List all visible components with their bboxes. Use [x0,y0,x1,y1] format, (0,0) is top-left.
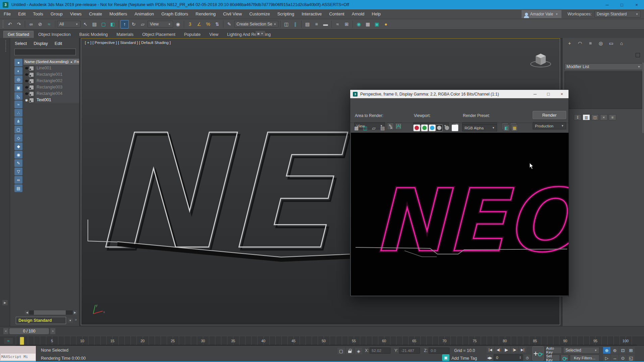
maximize-icon[interactable]: □ [614,0,629,9]
minimize-icon[interactable]: ─ [600,0,614,9]
redo-icon[interactable]: ↷ [15,20,23,28]
y-coordinate-field[interactable]: -21.487 [399,348,420,354]
expand-panel-button[interactable]: ▶ [2,300,8,305]
workspace-caret-icon[interactable]: ▼ [68,318,73,323]
display-selection-sets-icon[interactable]: ✎ [14,159,22,167]
next-frame-button[interactable]: |▶ [511,347,518,353]
zoom-extents-icon[interactable]: ⊡ [619,347,627,354]
scroll-right-icon[interactable]: ▶ [73,310,77,315]
maximize-viewport-icon[interactable]: ◱ [627,355,635,361]
snaps-toggle-icon[interactable]: 3 [186,20,194,28]
pin-stack-button[interactable]: ↧ [574,114,581,120]
auto-key-button[interactable]: Auto Key [546,347,562,354]
workspace-indicator[interactable]: Design Standard [16,317,66,324]
display-materials-icon[interactable]: ◉ [14,151,22,159]
explorer-search-input[interactable] [14,49,76,55]
explorer-tab-display[interactable]: Display [34,41,48,46]
menu-item-rendering[interactable]: Rendering [192,9,219,19]
dock-drag-handle[interactable] [5,40,7,52]
display-particles-icon[interactable]: ∴ [14,109,22,117]
tab-modify[interactable]: ◠ [576,40,584,47]
transform-gizmo-icon[interactable]: ◈ [355,348,362,354]
go-to-start-button[interactable]: |◀ [487,347,494,353]
list-item[interactable]: Line001 [23,65,79,71]
object-color-swatch[interactable] [636,53,640,57]
list-item[interactable]: Rectangle001 [23,71,79,78]
display-frozen-icon[interactable]: ◇ [14,134,22,142]
material-editor-icon[interactable]: ◉ [355,20,363,28]
workspace-dropdown[interactable]: Design Standard ▼ [594,11,641,17]
selection-filter-dropdown[interactable]: All▼ [57,21,80,27]
orbit-icon[interactable]: ⊙ [619,355,627,361]
rfw-title-bar[interactable]: 3 Perspective, frame 0, Display Gamma: 2… [350,90,569,98]
channel-display-dropdown[interactable]: RGB Alpha ▼ [462,124,497,131]
menu-item-content[interactable]: Content [325,9,348,19]
named-selection-set-dropdown[interactable]: Create Selection Se▼ [234,21,278,27]
schematic-view-icon[interactable]: ⊞ [342,20,351,28]
monochrome-channel-button[interactable] [436,124,443,131]
ribbon-tab-object-placement[interactable]: Object Placement [138,31,179,38]
menu-item-create[interactable]: Create [85,9,106,19]
named-selection-sets-icon[interactable]: ✎ [225,20,233,28]
mini-curve-editor-icon[interactable]: ≈ [4,338,13,344]
layers-icon[interactable]: ▦ [511,124,518,131]
modifier-stack-list[interactable] [565,71,642,109]
menu-item-animation[interactable]: Animation [131,9,158,19]
menu-item-group[interactable]: Group [47,9,66,19]
green-channel-button[interactable] [421,124,428,131]
spinner-snap-icon[interactable]: ⇅ [213,20,221,28]
menu-item-scripting[interactable]: Scripting [274,9,298,19]
render-button[interactable]: Render [533,111,566,119]
time-configuration-icon[interactable]: ◷ [524,355,531,361]
time-tag-icon[interactable]: ▣ [442,354,449,361]
panel-scrollbar[interactable] [642,63,644,133]
menu-item-civil-view[interactable]: Civil View [219,9,246,19]
modifier-list-dropdown[interactable]: Modifier List ▼ [565,63,642,70]
ribbon-toggle-icon[interactable]: ▬ [321,20,330,28]
configure-modifier-sets-button[interactable]: ≡ [609,114,616,120]
previous-frame-arrow[interactable]: < [3,328,8,334]
select-and-scale-icon[interactable]: ▱ [139,20,147,28]
frame-step-icon[interactable]: ◀▶ [487,355,493,361]
display-helpers-icon[interactable]: ◺ [14,92,22,100]
ribbon-tab-materials[interactable]: Materials [112,31,138,38]
color-correction-icon[interactable]: ◧ [503,124,510,131]
add-time-tag-label[interactable]: Add Time Tag [451,356,477,361]
next-frame-arrow[interactable]: > [50,328,55,334]
red-channel-button[interactable] [413,124,420,131]
background-color-swatch[interactable] [451,124,459,131]
ribbon-tab-basic-modeling[interactable]: Basic Modeling [75,31,112,38]
render-setup-icon[interactable]: ▦ [364,20,372,28]
ribbon-tab-lighting-and-rendering[interactable]: Lighting And Rendering [223,31,275,38]
close-icon[interactable]: × [555,90,569,98]
percent-snap-icon[interactable]: % [204,20,212,28]
clone-rendered-frame-icon[interactable]: ◫ [362,124,369,131]
scene-explorer-toggle-icon[interactable]: ≡ [312,20,321,28]
close-icon[interactable]: × [629,0,644,9]
display-link-icon[interactable]: ∞ [14,176,22,184]
clear-image-icon[interactable]: × [388,124,395,131]
display-geometry-icon[interactable]: ● [14,59,22,66]
save-image-icon[interactable]: ▩ [353,124,360,131]
menu-item-tools[interactable]: Tools [29,9,47,19]
menu-item-arnold[interactable]: Arnold [348,9,368,19]
scroll-left-icon[interactable]: ◀ [25,310,29,315]
menu-item-modifiers[interactable]: Modifiers [106,9,131,19]
tab-display[interactable]: ▭ [607,40,615,47]
list-item[interactable]: Rectangle004 [23,90,79,97]
menu-item-help[interactable]: Help [368,9,384,19]
reference-coordinate-dropdown[interactable]: View▼ [148,21,173,27]
view-cube[interactable] [529,50,552,70]
set-key-button[interactable]: Set Key [546,355,560,361]
select-and-rotate-icon[interactable]: ↻ [129,20,138,28]
show-end-result-button[interactable]: ▥ [583,114,590,120]
blue-channel-button[interactable] [429,124,436,131]
make-unique-button[interactable]: ◫ [591,114,599,120]
maxscript-mini-listener[interactable]: MAXScript Mi [0,346,36,361]
spinner-arrows-icon[interactable]: ▲▼ [519,356,522,359]
tab-hierarchy[interactable]: ≡ [587,40,594,47]
ribbon-tab-object-inspection[interactable]: Object Inspection [34,31,75,38]
set-keys-button[interactable]: + [532,346,544,361]
display-filter-icon[interactable]: ▽ [14,168,22,175]
angle-snap-icon[interactable]: ∠ [195,20,203,28]
